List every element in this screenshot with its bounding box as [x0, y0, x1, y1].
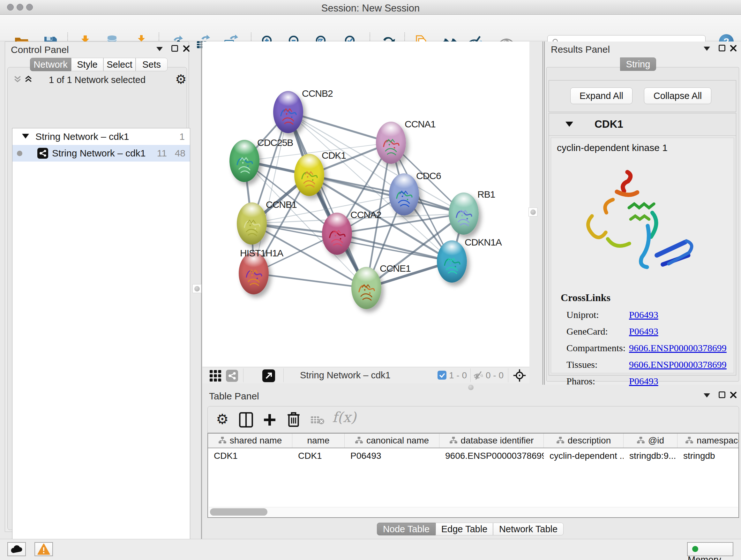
table-cell[interactable]: CDK1	[208, 449, 292, 463]
separator	[470, 368, 471, 382]
column-header-name[interactable]: name	[292, 434, 345, 448]
close-panel-icon[interactable]	[730, 44, 737, 52]
table-gear-icon[interactable]: ⚙	[216, 411, 228, 427]
protein-thumbnail	[351, 267, 381, 309]
selected-checkbox-icon[interactable]	[437, 371, 447, 380]
cloud-button[interactable]	[7, 542, 26, 556]
main-toolbar: ?	[0, 15, 741, 41]
maximize-panel-icon[interactable]	[719, 391, 725, 398]
network-node-cdc6[interactable]	[389, 173, 419, 215]
function-builder-icon: f(x)	[332, 409, 356, 425]
network-canvas[interactable]: CCNB2 CCNA1 CDC25B CDK1	[202, 42, 529, 367]
protein-thumbnail	[229, 140, 259, 182]
close-panel-icon[interactable]	[730, 391, 737, 399]
crosslink-link[interactable]: P06493	[629, 376, 658, 387]
column-header-description[interactable]: description	[544, 434, 623, 448]
network-node-cdc25b[interactable]	[229, 140, 259, 182]
memory-button[interactable]: Memory	[687, 542, 733, 556]
detach-view-icon[interactable]	[262, 369, 275, 382]
splitter-handle[interactable]	[529, 207, 537, 216]
column-header-canonicalname[interactable]: canonical name	[345, 434, 440, 448]
network-node-cdk1[interactable]	[294, 154, 324, 196]
protein-thumbnail	[376, 122, 406, 164]
crosslink-label: Uniprot:	[566, 309, 629, 320]
collapse-entry-icon[interactable]	[565, 122, 573, 127]
table-cell[interactable]: cyclin-dependent ...	[544, 449, 623, 463]
node-label-ccne1: CCNE1	[380, 263, 411, 274]
expand-all-button[interactable]: Expand All	[570, 87, 632, 104]
column-label: shared name	[230, 435, 282, 446]
column-header-namespace[interactable]: namespace	[677, 434, 739, 448]
selected-counts: 1 - 0	[449, 370, 467, 381]
network-node-ccne1[interactable]	[351, 267, 381, 309]
collection-label: String Network – cdk1	[36, 131, 129, 142]
show-columns-icon[interactable]	[239, 412, 253, 428]
collapse-all-button[interactable]: Collapse All	[644, 87, 711, 104]
table-cell[interactable]: stringdb:9...	[623, 449, 677, 463]
tab-string[interactable]: String	[620, 57, 656, 71]
create-column-icon[interactable]	[263, 413, 277, 427]
float-panel-icon[interactable]	[704, 393, 710, 397]
network-node-rb1[interactable]	[449, 192, 479, 235]
tab-node-table[interactable]: Node Table	[377, 523, 435, 536]
column-header-sharedname[interactable]: shared name	[208, 434, 292, 448]
crosslink-link[interactable]: 9606.ENSP00000378699	[629, 343, 727, 354]
float-panel-icon[interactable]	[704, 47, 710, 51]
gear-icon[interactable]: ⚙	[175, 72, 187, 86]
table-cell[interactable]: CDK1	[292, 449, 345, 463]
delete-column-icon[interactable]	[287, 412, 300, 428]
network-selector-text: 1 of 1 Network selected	[5, 75, 189, 85]
float-panel-icon[interactable]	[156, 47, 163, 51]
crosslinks-list: Uniprot:P06493GeneCard:P06493Compartment…	[566, 307, 732, 389]
network-row[interactable]: String Network – cdk1 11 48	[12, 145, 190, 162]
tree-expand-icon[interactable]	[22, 134, 29, 138]
network-collection-row[interactable]: String Network – cdk1 1	[12, 128, 190, 145]
network-node-ccnb1[interactable]	[237, 202, 267, 245]
warnings-button[interactable]	[35, 542, 53, 556]
maximize-panel-icon[interactable]	[172, 45, 178, 52]
close-panel-icon[interactable]	[183, 45, 190, 52]
column-label: namespace	[697, 435, 739, 446]
network-node-ccna2[interactable]	[322, 212, 352, 255]
crosslink-link[interactable]: 9606.ENSP00000378699	[629, 359, 727, 370]
horizontal-scrollbar[interactable]	[209, 507, 738, 516]
network-node-ccnb2[interactable]	[273, 91, 303, 133]
network-node-cdkn1a[interactable]	[437, 240, 467, 283]
grid-view-icon[interactable]	[209, 370, 221, 382]
network-view-title: String Network – cdk1	[300, 370, 391, 381]
window-title: Session: New Session	[0, 3, 741, 14]
edge[interactable]	[288, 112, 366, 288]
network-view-toolbar: String Network – cdk1 1 - 0 0 - 0	[202, 367, 529, 383]
tab-select[interactable]: Select	[104, 58, 136, 71]
node-label-cdc6: CDC6	[416, 171, 441, 181]
table-cell[interactable]: 9606.ENSP00000378699	[440, 449, 544, 463]
crosslink-link[interactable]: P06493	[629, 309, 658, 320]
edge[interactable]	[288, 112, 391, 143]
table-toolbar: ⚙ f(x)	[207, 406, 739, 433]
protein-thumbnail	[389, 173, 419, 215]
crosslink-link[interactable]: P06493	[629, 326, 658, 337]
edge[interactable]	[254, 273, 366, 288]
tab-style[interactable]: Style	[71, 58, 104, 71]
expand-collapse-box: Expand All Collapse All	[549, 80, 736, 112]
table-row[interactable]: CDK1CDK1P064939606.ENSP00000378699cyclin…	[208, 449, 739, 463]
node-label-rb1: RB1	[477, 189, 495, 200]
column-header-id[interactable]: @id	[623, 434, 677, 448]
tab-network-table[interactable]: Network Table	[493, 523, 563, 536]
table-cell[interactable]: P06493	[345, 449, 440, 463]
splitter-handle[interactable]	[192, 284, 201, 293]
crosslink-row: GeneCard:P06493	[566, 323, 732, 340]
scrollbar-thumb[interactable]	[210, 508, 267, 516]
maximize-panel-icon[interactable]	[719, 45, 725, 51]
gene-entry-box: CDK1 cyclin-dependent kinase 1	[549, 113, 736, 375]
status-bar: Memory	[0, 539, 741, 560]
column-header-databaseidentifier[interactable]: database identifier	[440, 434, 544, 448]
gene-header-row[interactable]: CDK1	[549, 113, 736, 136]
column-label: description	[568, 435, 611, 446]
network-node-ccna1[interactable]	[376, 122, 406, 164]
birds-eye-view-icon[interactable]	[513, 368, 527, 382]
table-cell[interactable]: stringdb	[677, 449, 739, 463]
tab-network[interactable]: Network	[30, 58, 71, 71]
tab-edge-table[interactable]: Edge Table	[435, 523, 493, 536]
tab-sets[interactable]: Sets	[136, 58, 167, 71]
